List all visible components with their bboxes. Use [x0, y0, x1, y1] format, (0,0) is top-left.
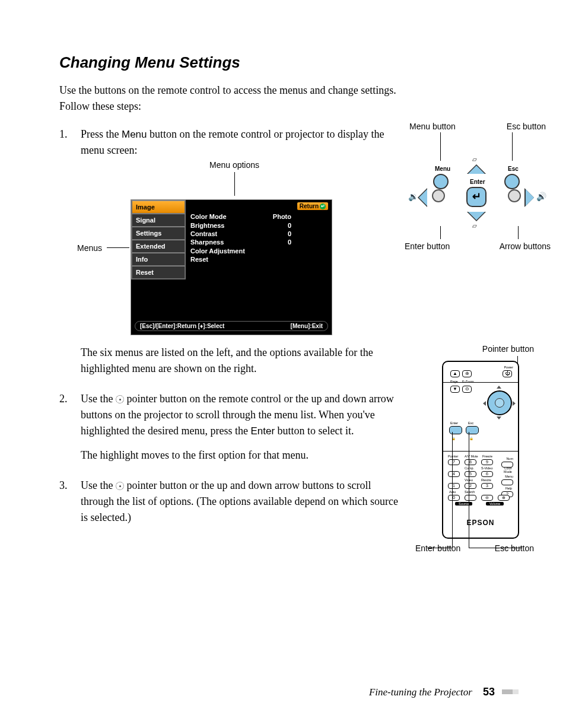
intro-paragraph: Use the buttons on the remote control to… — [59, 82, 403, 115]
key-4-button[interactable]: 4 — [448, 471, 460, 477]
osd-menu-item-image[interactable]: Image — [132, 201, 185, 214]
osd-menu-item-signal[interactable]: Signal — [132, 214, 185, 227]
enter-button[interactable]: ↵ — [466, 187, 486, 207]
num-label: Num — [506, 457, 513, 460]
osd-footer-left: [Esc]/[Enter]:Return [♦]:Select — [140, 323, 224, 329]
footer-chapter-title: Fine-tuning the Projector — [369, 686, 472, 698]
osd-option-sharpness[interactable]: Sharpness0 — [190, 238, 327, 246]
comp-label: Comp. — [465, 466, 474, 470]
page-label: Page — [450, 380, 458, 383]
power-button[interactable]: ⏻ — [503, 370, 512, 377]
arrow-down-button[interactable] — [468, 212, 485, 220]
callout-line — [440, 132, 441, 161]
return-icon: ↵ — [320, 204, 326, 209]
key-6-button[interactable]: 6 — [481, 471, 493, 477]
page-down-button[interactable]: ▼ — [450, 386, 460, 393]
key-0-button[interactable]: 0 — [448, 495, 460, 501]
remote-enter-callout: Enter button — [415, 543, 460, 553]
opt-key: Contrast — [190, 230, 217, 238]
step-2-pre: Use the — [81, 393, 116, 405]
arrow-right-button[interactable] — [526, 189, 534, 206]
callout-line — [469, 548, 522, 548]
key-1-button[interactable]: 1 — [448, 483, 460, 489]
menu-button-word: Menu — [122, 129, 147, 140]
key-7-button[interactable]: 7 — [448, 459, 460, 465]
osd-footer: [Esc]/[Enter]:Return [♦]:Select [Menu]:E… — [135, 321, 328, 331]
osd-return-button[interactable]: Return↵ — [297, 202, 328, 210]
ezoom-minus-button[interactable]: ⊖ — [462, 386, 472, 393]
page-footer: Fine-tuning the Projector 53 — [369, 686, 519, 698]
arrow-left-button[interactable] — [419, 189, 427, 206]
opt-key: Color Mode — [190, 212, 227, 221]
osd-menu: Image Signal Settings Extended Info Rese… — [131, 199, 332, 335]
step-1-after: The six menus are listed on the left, an… — [81, 345, 401, 377]
menu-keypad-label: Menu — [505, 475, 513, 478]
brand-logo: EPSON — [443, 519, 518, 527]
key-8-button[interactable]: 8 — [465, 459, 476, 465]
esc-button[interactable] — [504, 174, 520, 189]
remote-esc-callout: Esc button — [495, 543, 534, 553]
callout-line — [440, 226, 441, 239]
menu-screenshot: Menu options Menus Image Signal Settings… — [131, 160, 338, 335]
left-round-button[interactable] — [432, 189, 445, 202]
step-2-post: button to select it. — [275, 425, 354, 437]
search-button[interactable] — [465, 495, 476, 501]
osd-option-brightness[interactable]: Brightness0 — [190, 221, 327, 230]
osd-footer-right: [Menu]:Exit — [291, 323, 323, 329]
vol-down-button[interactable]: ⊖ — [481, 495, 493, 501]
opt-val: Photo — [273, 212, 327, 221]
callout-line — [107, 247, 129, 248]
pointer-center-button[interactable] — [495, 398, 504, 408]
right-round-button[interactable] — [508, 189, 521, 202]
vol-up-button[interactable]: ⊕ — [498, 495, 510, 501]
page-up-button[interactable]: ▲ — [450, 370, 460, 377]
avmute-label: A/V Mute — [465, 454, 478, 458]
remote-control: Power ▲ ⊕ ⏻ Page E-Zoom ▼ ⊖ Enter Esc 🔒 … — [442, 361, 519, 539]
opt-key: Sharpness — [190, 238, 224, 246]
osd-return-label: Return — [300, 203, 319, 209]
opt-key: Reset — [190, 255, 208, 263]
key-3-button[interactable]: 3 — [481, 483, 493, 489]
key-9-button[interactable]: 9 — [481, 459, 493, 465]
remote-esc-button[interactable] — [466, 426, 479, 434]
key-2-button[interactable]: 2 — [465, 483, 476, 489]
menu-keypad-button[interactable] — [501, 479, 513, 485]
osd-menu-list: Image Signal Settings Extended Info Rese… — [131, 200, 186, 279]
resize-label: Resize — [481, 478, 491, 482]
esc-label: Esc — [508, 166, 519, 172]
help-label: Help — [505, 487, 512, 490]
step-2-number: 2. — [59, 391, 81, 472]
opt-val — [291, 255, 327, 263]
osd-menu-item-extended[interactable]: Extended — [132, 240, 185, 253]
menu-button[interactable] — [433, 174, 449, 189]
callout-line — [452, 432, 453, 548]
control-panel-figure: Menu button Esc button ▱ Menu Esc Enter … — [403, 122, 552, 251]
osd-option-color-mode[interactable]: Color ModePhoto — [190, 212, 327, 221]
osd-option-reset[interactable]: Reset — [190, 255, 327, 263]
ezoom-plus-button[interactable]: ⊕ — [462, 370, 472, 377]
keystone-narrow-icon: ▱ — [472, 222, 477, 229]
osd-menu-item-reset[interactable]: Reset — [132, 266, 185, 279]
opt-val: 0 — [288, 230, 327, 238]
arrow-up-button[interactable] — [468, 166, 485, 174]
osd-menu-item-info[interactable]: Info — [132, 253, 185, 266]
step-2-after: The highlight moves to the first option … — [81, 447, 401, 463]
osd-menu-item-settings[interactable]: Settings — [132, 227, 185, 240]
step-1-number: 1. — [59, 126, 81, 385]
step-3-number: 3. — [59, 478, 81, 534]
menu-label: Menu — [435, 166, 450, 172]
remote-enter-button[interactable] — [449, 426, 462, 434]
key-5-button[interactable]: 5 — [465, 471, 476, 477]
arrow-buttons-callout: Arrow buttons — [500, 241, 551, 251]
pointer-nav-ring[interactable] — [487, 390, 512, 415]
section-title: Changing Menu Settings — [59, 53, 507, 72]
step-1-text: Press the Menu button on the remote cont… — [81, 126, 401, 158]
enter-label: Enter — [450, 421, 458, 425]
callout-line — [518, 226, 519, 239]
menu-button-callout: Menu button — [409, 122, 456, 131]
osd-option-contrast[interactable]: Contrast0 — [190, 230, 327, 238]
callout-line — [427, 548, 452, 548]
osd-option-color-adjustment[interactable]: Color Adjustment — [190, 247, 327, 255]
callout-line — [469, 432, 469, 548]
svideo-label: S-Video — [481, 466, 492, 470]
